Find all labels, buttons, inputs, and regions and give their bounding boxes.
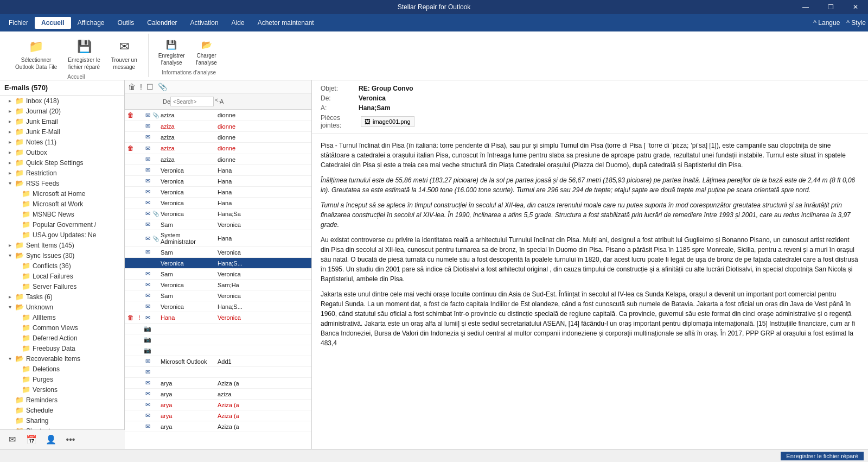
calendar-nav-icon[interactable]: 📅 — [24, 432, 39, 447]
tree-item-9[interactable]: 📁Microsoft at Home — [0, 188, 124, 199]
email-row-26[interactable]: ✉aryaAziza (a — [125, 400, 311, 410]
find-message-icon: ✉ — [116, 38, 133, 55]
menu-accueil[interactable]: Accueil — [35, 17, 71, 29]
email-row-21[interactable]: 📷 — [125, 345, 311, 356]
tree-item-28[interactable]: 📁Versions — [0, 384, 124, 395]
tree-item-29[interactable]: 📁Reminders — [0, 395, 124, 405]
email-row-1[interactable]: ✉azizadionne — [125, 121, 311, 132]
tree-item-23[interactable]: 📁Deferred Action — [0, 333, 124, 343]
load-analyse-btn[interactable]: 📂 Chargerl'analyse — [190, 36, 223, 68]
delete-toolbar-icon[interactable]: 🗑 — [127, 81, 137, 92]
tree-label-24: Freebusy Data — [33, 345, 75, 352]
to-col-12: Veronica — [216, 249, 310, 256]
email-row-8[interactable]: ✉VeronicaHana — [125, 198, 311, 208]
email-row-5[interactable]: ✉VeronicaHana — [125, 165, 311, 176]
tree-item-25[interactable]: ▾📂Recoverable Items — [0, 353, 124, 364]
tree-item-5[interactable]: ▸📁Outbox — [0, 147, 124, 157]
email-row-3[interactable]: 🗑✉azizadionne — [125, 143, 311, 154]
col-de[interactable]: De < ... — [161, 95, 218, 108]
menu-calendrier[interactable]: Calendrier — [141, 17, 183, 29]
tree-item-18[interactable]: 📁Server Failures — [0, 281, 124, 292]
tree-item-7[interactable]: ▸📁Restriction — [0, 168, 124, 178]
tree-item-13[interactable]: 📁USA.gov Updates: Ne — [0, 230, 124, 240]
find-message-btn[interactable]: ✉ Trouver unmessage — [107, 36, 142, 73]
tree-item-20[interactable]: ▾📂Unknown — [0, 302, 124, 312]
tree-item-6[interactable]: ▸📁Quick Step Settings — [0, 157, 124, 168]
email-row-6[interactable]: ✉VeronicaHana — [125, 176, 311, 187]
email-row-28[interactable]: ✉aryaAziza (a — [125, 421, 311, 432]
people-nav-icon[interactable]: 👤 — [43, 432, 59, 447]
tree-item-19[interactable]: ▸📁Tasks (6) — [0, 292, 124, 302]
email-row-10[interactable]: ✉SamVeronica — [125, 219, 311, 230]
tree-item-14[interactable]: ▸📁Sent Items (145) — [0, 240, 124, 250]
col-a[interactable]: A — [218, 95, 311, 108]
tree-item-10[interactable]: 📁Microsoft at Work — [0, 199, 124, 209]
maximize-button[interactable]: ❐ — [818, 0, 843, 14]
tree-item-2[interactable]: ▸📁Junk Email — [0, 116, 124, 126]
tree-item-15[interactable]: ▾📂Sync Issues (30) — [0, 250, 124, 261]
flag-toolbar-icon[interactable]: ! — [139, 81, 143, 92]
email-row-14[interactable]: ✉SamVeronica — [125, 269, 311, 280]
tree-item-30[interactable]: 📁Schedule — [0, 405, 124, 415]
menu-affichage[interactable]: Affichage — [71, 17, 111, 29]
minimize-button[interactable]: — — [793, 0, 818, 14]
tree-item-8[interactable]: ▾📂RSS Feeds — [0, 178, 124, 188]
email-row-13[interactable]: ✉VeronicaHana;S... — [125, 258, 311, 269]
sidebar-tree: ▸📁Inbox (418)▸📁Journal (20)▸📁Junk Email▸… — [0, 96, 124, 436]
folder-icon-12: 📁 — [22, 220, 30, 229]
mail-nav-icon[interactable]: ✉ — [4, 432, 20, 447]
email-row-15[interactable]: ✉VeronicaSam;Ha — [125, 280, 311, 290]
email-row-7[interactable]: ✉VeronicaHana — [125, 187, 311, 198]
tree-item-11[interactable]: 📁MSNBC News — [0, 209, 124, 219]
email-row-17[interactable]: ✉VeronicaHana;S... — [125, 301, 311, 312]
email-row-16[interactable]: ✉SamVeronica — [125, 290, 311, 301]
save-repaired-btn[interactable]: 💾 Enregistrer lefichier réparé — [63, 36, 104, 73]
attachment-toolbar-icon[interactable]: 📎 — [157, 81, 168, 92]
category-toolbar-icon[interactable]: ☐ — [145, 81, 155, 92]
email-row-2[interactable]: ✉azizadionne — [125, 132, 311, 143]
menu-fichier[interactable]: Fichier — [2, 17, 35, 29]
tree-item-17[interactable]: 📁Local Failures — [0, 271, 124, 281]
email-row-24[interactable]: ✉aryaAziza (a — [125, 378, 311, 389]
tree-item-27[interactable]: 📁Purges — [0, 374, 124, 384]
email-row-11[interactable]: ✉📎System AdministratorHana — [125, 230, 311, 247]
tree-item-31[interactable]: 📁Sharing — [0, 415, 124, 426]
email-row-12[interactable]: ✉SamVeronica — [125, 247, 311, 258]
langue-menu[interactable]: ^ Langue — [813, 19, 840, 27]
email-row-4[interactable]: ✉azizadionne — [125, 154, 311, 165]
email-row-9[interactable]: ✉📎VeronicaHana;Sa — [125, 208, 311, 219]
more-nav-icon[interactable]: ••• — [63, 432, 78, 447]
menu-acheter[interactable]: Acheter maintenant — [251, 17, 321, 29]
menu-outils[interactable]: Outils — [111, 17, 141, 29]
close-button[interactable]: ✕ — [843, 0, 868, 14]
select-outlook-btn[interactable]: 📁 SélectionnerOutlook Data File — [11, 36, 61, 73]
tree-item-4[interactable]: ▸📁Notes (11) — [0, 137, 124, 147]
menu-activation[interactable]: Activation — [184, 17, 225, 29]
tree-item-22[interactable]: 📁Common Views — [0, 322, 124, 333]
email-row-18[interactable]: 🗑!✉HanaVeronica — [125, 312, 311, 324]
search-input[interactable] — [170, 97, 214, 106]
email-row-20[interactable]: 📷 — [125, 334, 311, 345]
tree-item-1[interactable]: ▸📁Journal (20) — [0, 106, 124, 116]
tree-item-21[interactable]: 📁AllItems — [0, 312, 124, 322]
save-analyse-btn[interactable]: 💾 Enregistrerl'analyse — [155, 36, 188, 68]
attachment-item[interactable]: 🖼 image001.png — [361, 116, 414, 127]
email-row-19[interactable]: 📷 — [125, 324, 311, 334]
tree-item-24[interactable]: 📁Freebusy Data — [0, 343, 124, 353]
to-text-7: Hana — [218, 189, 232, 195]
tree-item-12[interactable]: 📁Popular Government / — [0, 219, 124, 230]
email-row-25[interactable]: ✉aryaaziza — [125, 389, 311, 400]
style-menu[interactable]: ^ Style — [846, 19, 866, 27]
tree-item-16[interactable]: 📁Conflicts (36) — [0, 261, 124, 271]
tree-item-3[interactable]: ▸📁Junk E-Mail — [0, 126, 124, 137]
email-row-23[interactable]: ✉ — [125, 367, 311, 378]
email-header: Objet: RE: Group Convo De: Veronica A: H… — [312, 80, 868, 134]
tree-item-26[interactable]: 📁Deletions — [0, 364, 124, 374]
repair-button[interactable]: Enregistrer le fichier réparé — [781, 452, 864, 460]
tree-item-0[interactable]: ▸📁Inbox (418) — [0, 96, 124, 106]
to-col-1: dionne — [216, 123, 310, 130]
email-row-0[interactable]: 🗑✉📎azizadionne — [125, 110, 311, 121]
email-row-27[interactable]: ✉aryaAziza (a — [125, 410, 311, 421]
email-row-22[interactable]: ✉Microsoft OutlookAdd1 — [125, 356, 311, 367]
menu-aide[interactable]: Aide — [225, 17, 251, 29]
